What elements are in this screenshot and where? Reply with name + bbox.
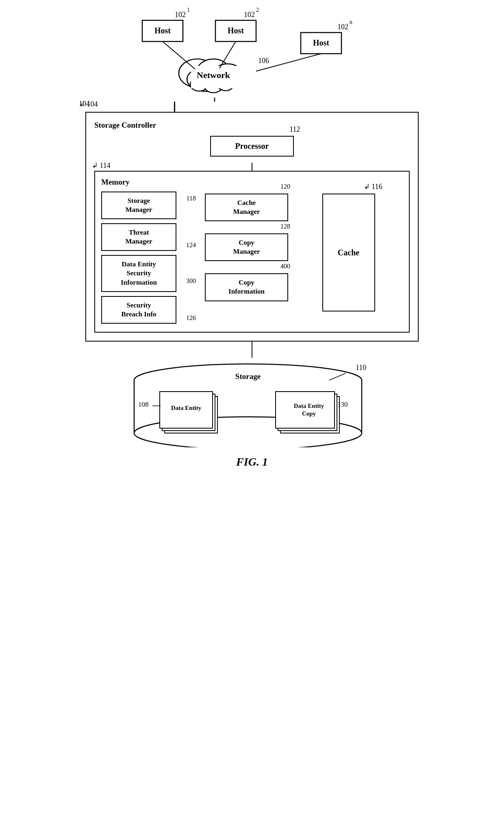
storage-controller-box: 104 ↲ 104 Storage Controller 112 Process… [85,112,419,342]
mem-title: Memory [101,178,403,187]
copy-manager-ref-top: 128 [280,223,290,230]
sc-title: Storage Controller [94,121,410,130]
storage-manager-ref: 118 [187,195,196,202]
copy-manager-box: CopyManager [205,233,288,261]
desi-box: Data EntitySecurityInformation [101,255,176,292]
processor-box: Processor [210,136,294,157]
left-col: StorageManager 118 ThreatManager 124 Dat… [101,192,176,324]
svg-text:130: 130 [337,401,348,408]
svg-text:110: 110 [356,364,366,372]
svg-text:Host: Host [154,26,171,35]
copy-info-ref-top: 400 [280,263,290,270]
mem-ref: ↲ 114 [92,161,111,170]
sbi-ref: 126 [186,314,196,322]
svg-text:Data Entity: Data Entity [171,405,202,411]
desi-wrapper: Data EntitySecurityInformation 300 [101,255,176,292]
processor-wrapper: 112 Processor [210,136,294,157]
hosts-network-section: 102 1 102 2 102 n Host Host Host [110,8,394,102]
sbi-wrapper: SecurityBreach Info 126 [101,296,176,324]
svg-text:108: 108 [138,401,149,408]
svg-rect-42 [276,392,335,428]
cache-box: Cache [322,194,375,311]
storage-drum-svg: Storage 110 Data Entity 108 Data Entity … [85,358,419,447]
center-col: 120 CacheManager 128 CopyManager 400 Cop… [205,194,288,301]
memory-inner: StorageManager 118 ThreatManager 124 Dat… [101,192,403,324]
svg-text:102: 102 [244,11,255,19]
proc-to-mem-connector [252,163,253,171]
sc-ref: ↲ 104 [79,100,98,109]
sbi-box: SecurityBreach Info [101,296,176,324]
cache-manager-wrapper: 120 CacheManager [205,194,288,221]
cache-manager-box: CacheManager [205,194,288,221]
copy-info-box: CopyInformation [205,273,288,301]
threat-manager-box: ThreatManager [101,223,176,251]
right-col: ↲ 116 Cache [294,194,403,311]
storage-manager-wrapper: StorageManager 118 [101,192,176,219]
cache-ref: ↲ 116 [364,182,382,191]
network-to-sc-connector [174,102,175,112]
svg-text:n: n [350,19,352,25]
storage-section: Storage 110 Data Entity 108 Data Entity … [85,358,419,447]
copy-info-wrapper: 400 CopyInformation [205,273,288,301]
sc-to-storage-connector [252,342,253,358]
svg-text:2: 2 [256,7,259,13]
proc-ref: 112 [289,125,300,134]
copy-manager-wrapper: 128 CopyManager [205,233,288,261]
svg-text:Data Entity: Data Entity [294,403,324,409]
fig-label: FIG. 1 [236,455,268,468]
memory-box: ↲ 114 Memory StorageManager 118 ThreatMa… [94,171,410,333]
svg-line-22 [163,41,195,69]
threat-manager-wrapper: ThreatManager 124 [101,223,176,251]
top-connectors-svg: 102 1 102 2 102 n Host Host Host [110,8,394,102]
svg-text:102: 102 [337,23,348,31]
cache-manager-ref-top: 120 [280,183,290,190]
desi-ref: 300 [186,277,196,285]
svg-text:102: 102 [175,11,186,19]
storage-manager-box: StorageManager [101,192,176,219]
svg-text:106: 106 [258,57,269,65]
svg-text:Host: Host [313,38,329,47]
svg-text:Network: Network [197,70,230,80]
svg-text:Copy: Copy [302,410,316,417]
svg-text:Storage: Storage [235,372,261,381]
threat-manager-ref: 124 [186,242,196,249]
svg-text:1: 1 [187,7,190,13]
cache-wrapper: ↲ 116 Cache [322,194,375,311]
diagram-container: 102 1 102 2 102 n Host Host Host [69,8,435,468]
svg-text:Host: Host [228,26,244,35]
processor-section: 112 Processor [94,136,410,157]
